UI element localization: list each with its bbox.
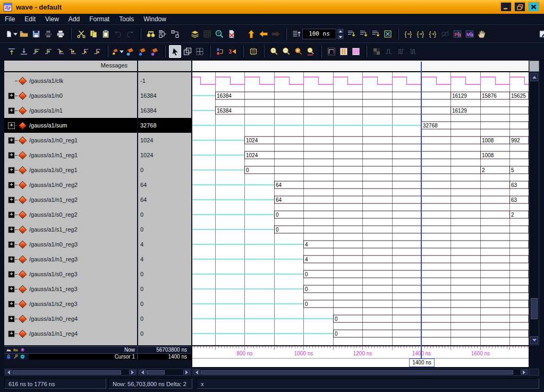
signal-value[interactable]: 16384 xyxy=(138,88,191,103)
add-signals-to-wave-button[interactable] xyxy=(124,45,136,58)
run-continue-button[interactable] xyxy=(357,28,369,40)
step-button[interactable]: {} xyxy=(414,28,427,40)
scroll-left-button[interactable] xyxy=(139,370,146,374)
signal-value[interactable]: -1 xyxy=(138,73,191,88)
stop-sim-button[interactable] xyxy=(439,28,451,40)
restart-button[interactable]: {} xyxy=(402,28,414,40)
signal-value[interactable]: 1024 xyxy=(138,148,191,163)
break-button[interactable] xyxy=(381,28,394,40)
back-button[interactable] xyxy=(257,28,269,40)
expand-icon[interactable]: + xyxy=(8,137,15,144)
dropdown-caret-icon[interactable] xyxy=(13,33,18,36)
run-length-field[interactable]: 100 ns xyxy=(302,29,336,39)
expand-icon[interactable]: + xyxy=(8,182,15,189)
wave-modify-button[interactable] xyxy=(395,45,407,58)
signal-row-n1_reg1[interactable]: +/gauss/a1/n1_reg1 xyxy=(4,148,137,163)
print-button[interactable] xyxy=(54,28,66,40)
cursor-track[interactable] xyxy=(192,359,529,367)
wave-hscrollbar[interactable] xyxy=(192,369,529,376)
menu-format[interactable]: Format xyxy=(84,14,114,24)
signal-value[interactable]: 0 xyxy=(138,282,191,296)
step-over-button[interactable]: {} xyxy=(427,28,439,40)
timeline-ruler[interactable]: 800 ns1000 ns1200 ns1400 ns1600 ns xyxy=(192,346,529,359)
save-format-button[interactable] xyxy=(189,28,201,40)
zoom-mode-button[interactable] xyxy=(181,45,193,58)
signal-value[interactable]: 1024 xyxy=(138,133,191,148)
zoom-out-button[interactable] xyxy=(280,45,292,58)
expand-icon[interactable]: + xyxy=(8,122,15,129)
edit-grid-mode-button[interactable] xyxy=(193,45,206,58)
add-selected-to-wave-button[interactable] xyxy=(112,45,124,58)
signal-row-s1_reg2[interactable]: +/gauss/a1/s1_reg2 xyxy=(4,222,137,237)
find-next-transition-button[interactable] xyxy=(42,45,54,58)
signal-value[interactable]: 16384 xyxy=(138,103,191,118)
run-button[interactable] xyxy=(345,28,357,40)
scroll-left-button[interactable] xyxy=(5,370,12,374)
menu-edit[interactable]: Edit xyxy=(20,14,40,24)
signal-row-n0_reg3[interactable]: +/gauss/a1/n0_reg3 xyxy=(4,237,137,252)
signal-row-s0_reg3[interactable]: +/gauss/a1/s0_reg3 xyxy=(4,267,137,282)
signal-value[interactable]: 32768 xyxy=(138,118,191,133)
find-next-rising-edge-button[interactable] xyxy=(91,45,103,58)
find-prev-falling-edge-button[interactable] xyxy=(54,45,66,58)
close-button[interactable] xyxy=(528,2,540,12)
signal-value[interactable]: 0 xyxy=(138,311,191,326)
print-preview-button[interactable] xyxy=(42,28,54,40)
cursor-sync-button[interactable] xyxy=(325,45,337,58)
names-column-header[interactable]: Messages xyxy=(4,61,137,72)
signal-value[interactable]: 0 xyxy=(138,222,191,237)
menu-add[interactable]: Add xyxy=(64,14,84,24)
signal-row-sum[interactable]: +/gauss/a1/sum xyxy=(4,118,137,133)
signal-value[interactable]: 4 xyxy=(138,252,191,267)
expand-icon[interactable]: + xyxy=(8,226,15,233)
dropdown-caret-icon[interactable] xyxy=(120,50,124,53)
expand-icon[interactable]: + xyxy=(8,241,15,248)
vscroll-thumb[interactable] xyxy=(531,298,538,319)
expand-icon[interactable]: + xyxy=(8,211,15,218)
combine-signals-button[interactable] xyxy=(214,45,226,58)
scroll-down-button[interactable] xyxy=(530,336,538,344)
signal-value[interactable]: 0 xyxy=(138,267,191,282)
values-hscrollbar[interactable] xyxy=(138,369,191,376)
signal-row-n1_reg4[interactable]: +/gauss/a1/n1_reg4 xyxy=(4,326,137,341)
zoom-range-button[interactable] xyxy=(304,45,317,58)
expand-icon[interactable]: + xyxy=(8,316,15,322)
run-length-spinner[interactable] xyxy=(337,29,344,39)
hscroll-thumb[interactable] xyxy=(13,370,121,374)
minimize-button[interactable] xyxy=(500,2,512,12)
expand-icon[interactable]: + xyxy=(8,256,15,263)
signal-row-s2_reg3[interactable]: +/gauss/a1/s2_reg3 xyxy=(4,296,137,311)
signal-value[interactable]: 0 xyxy=(138,326,191,341)
hscroll-thumb[interactable] xyxy=(147,370,165,374)
signal-row-clk[interactable]: +/gauss/a1/clk xyxy=(4,73,137,88)
delete-cursor-button[interactable] xyxy=(18,45,30,58)
expand-icon[interactable]: + xyxy=(8,271,15,278)
titlebar[interactable]: wave - default xyxy=(0,0,544,14)
find-button[interactable] xyxy=(144,28,157,40)
zoom-full-button[interactable] xyxy=(292,45,304,58)
signal-value[interactable]: 0 xyxy=(138,207,191,222)
show-grid-button[interactable] xyxy=(201,28,213,40)
pan-hand-button[interactable] xyxy=(475,28,488,40)
signal-row-n1[interactable]: +/gauss/a1/n1 xyxy=(4,103,137,118)
undo-button[interactable] xyxy=(112,28,124,40)
redo-button[interactable] xyxy=(124,28,136,40)
expand-icon[interactable]: + xyxy=(8,286,15,293)
memory-view-button[interactable] xyxy=(247,45,259,58)
scroll-right-button[interactable] xyxy=(129,370,136,374)
signal-value[interactable]: 0 xyxy=(138,163,191,177)
find-prev-transition-button[interactable] xyxy=(30,45,42,58)
performance-profile-button[interactable]: P xyxy=(451,28,463,40)
expand-icon[interactable]: + xyxy=(8,197,15,203)
expand-icon[interactable]: + xyxy=(8,152,15,159)
menu-view[interactable]: View xyxy=(40,14,64,24)
find-next-falling-edge-button[interactable] xyxy=(66,45,79,58)
wave-stretch-button[interactable] xyxy=(407,45,419,58)
select-mode-button[interactable] xyxy=(169,45,181,58)
signal-row-n1_reg2[interactable]: +/gauss/a1/n1_reg2 xyxy=(4,192,137,207)
wave-create-button[interactable] xyxy=(382,45,395,58)
signal-row-n0_reg2[interactable]: +/gauss/a1/n0_reg2 xyxy=(4,177,137,192)
waveform-panel[interactable]: 1638416129158761562516384161293276810241… xyxy=(192,72,529,346)
find-prev-rising-edge-button[interactable] xyxy=(79,45,91,58)
signal-value[interactable]: 64 xyxy=(138,192,191,207)
